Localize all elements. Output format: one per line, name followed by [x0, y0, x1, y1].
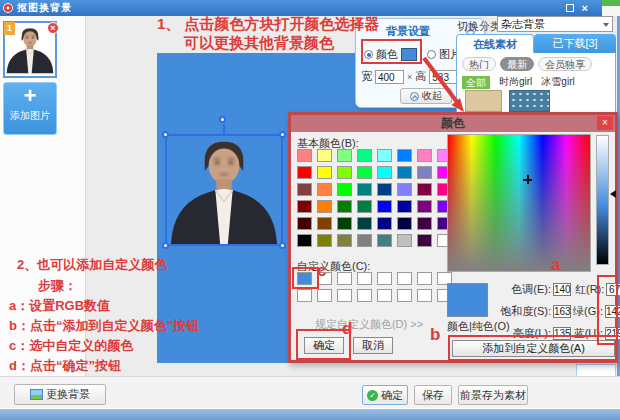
basic-color-swatch[interactable]	[397, 234, 412, 247]
image-radio[interactable]	[427, 50, 436, 59]
custom-color-swatch[interactable]	[317, 289, 332, 302]
save-button[interactable]: 保存	[414, 385, 452, 405]
maximize-icon[interactable]	[566, 4, 574, 12]
luminance-bar[interactable]	[596, 135, 609, 265]
filter-vip[interactable]: 会员独享	[538, 57, 592, 71]
basic-color-swatch[interactable]	[337, 183, 352, 196]
basic-color-swatch[interactable]	[397, 183, 412, 196]
basic-color-swatch[interactable]	[397, 217, 412, 230]
basic-color-swatch[interactable]	[297, 149, 312, 162]
custom-color-swatch[interactable]	[397, 289, 412, 302]
saturation-input[interactable]: 163	[553, 305, 571, 318]
basic-color-swatch[interactable]	[357, 217, 372, 230]
custom-color-swatch[interactable]	[357, 272, 372, 285]
basic-color-swatch[interactable]	[337, 217, 352, 230]
basic-color-swatch[interactable]	[377, 234, 392, 247]
basic-color-swatch[interactable]	[297, 234, 312, 247]
basic-color-swatch[interactable]	[297, 183, 312, 196]
basic-color-swatch[interactable]	[377, 149, 392, 162]
material-thumbnail-2[interactable]	[509, 90, 550, 112]
basic-color-swatch[interactable]	[417, 200, 432, 213]
confirm-label: 确定	[381, 388, 403, 403]
basic-color-swatch[interactable]	[417, 217, 432, 230]
custom-color-swatch[interactable]	[337, 289, 352, 302]
resize-handle-ne[interactable]	[279, 131, 286, 138]
basic-color-swatch[interactable]	[397, 166, 412, 179]
width-input[interactable]: 400	[375, 70, 404, 84]
width-label: 宽	[361, 69, 372, 84]
basic-color-swatch[interactable]	[397, 200, 412, 213]
basic-color-swatch[interactable]	[357, 149, 372, 162]
dialog-cancel-button[interactable]: 取消	[353, 337, 393, 354]
hue-saturation-field[interactable]	[447, 134, 591, 272]
hue-input[interactable]: 140	[553, 283, 571, 296]
basic-color-swatch[interactable]	[417, 234, 432, 247]
basic-color-swatch[interactable]	[397, 149, 412, 162]
confirm-button[interactable]: ✓ 确定	[362, 385, 408, 405]
change-background-button[interactable]: 更换背景	[14, 384, 106, 405]
custom-color-swatch[interactable]	[417, 289, 432, 302]
custom-color-swatch[interactable]	[337, 272, 352, 285]
basic-color-swatch[interactable]	[417, 183, 432, 196]
basic-color-swatch[interactable]	[377, 217, 392, 230]
rotate-handle[interactable]	[219, 116, 226, 123]
dialog-close-icon[interactable]: ×	[597, 116, 613, 130]
basic-colors-grid	[297, 149, 452, 247]
basic-color-swatch[interactable]	[357, 200, 372, 213]
basic-color-swatch[interactable]	[417, 166, 432, 179]
custom-color-swatch[interactable]	[297, 289, 312, 302]
basic-color-swatch[interactable]	[337, 149, 352, 162]
annotation-letter-b: b	[430, 325, 440, 345]
save-foreground-material-button[interactable]: 前景存为素材	[458, 385, 528, 405]
remove-photo-icon[interactable]: ×	[47, 22, 59, 34]
basic-color-swatch[interactable]	[297, 166, 312, 179]
close-icon[interactable]: ×	[582, 3, 588, 13]
basic-color-swatch[interactable]	[317, 183, 332, 196]
tag-all[interactable]: 全部	[462, 76, 490, 89]
basic-color-swatch[interactable]	[297, 200, 312, 213]
color-crosshair-marker[interactable]	[523, 175, 532, 184]
resize-handle-nw[interactable]	[162, 131, 169, 138]
custom-color-swatch[interactable]	[397, 272, 412, 285]
tab-online-materials[interactable]: 在线素材	[456, 34, 534, 53]
basic-color-swatch[interactable]	[337, 234, 352, 247]
basic-color-swatch[interactable]	[377, 183, 392, 196]
basic-color-swatch[interactable]	[357, 234, 372, 247]
rotate-stick	[223, 124, 225, 136]
basic-color-swatch[interactable]	[377, 200, 392, 213]
basic-color-swatch[interactable]	[337, 200, 352, 213]
tag-fashion-girl[interactable]: 时尚girl	[499, 75, 532, 89]
material-thumbnail-1[interactable]	[465, 90, 502, 112]
basic-color-swatch[interactable]	[357, 166, 372, 179]
filter-hot[interactable]: 热门	[462, 57, 496, 71]
basic-color-swatch[interactable]	[317, 149, 332, 162]
tag-ice-girl[interactable]: 冰雪girl	[541, 75, 574, 89]
basic-color-swatch[interactable]	[317, 217, 332, 230]
height-input[interactable]: 533	[429, 70, 458, 84]
basic-color-swatch[interactable]	[377, 166, 392, 179]
basic-color-swatch[interactable]	[417, 149, 432, 162]
custom-color-swatch[interactable]	[417, 272, 432, 285]
custom-color-swatch[interactable]	[357, 289, 372, 302]
tab-downloaded[interactable]: 已下载[3]	[534, 34, 616, 53]
footer-bar: 更换背景 ✓ 确定 保存 前景存为素材	[0, 376, 620, 408]
basic-color-swatch[interactable]	[357, 183, 372, 196]
materials-panel-body: 热门 最新 会员独享 全部 时尚girl 冰雪girl	[456, 53, 616, 112]
basic-color-swatch[interactable]	[337, 166, 352, 179]
add-image-button[interactable]: + 添加图片	[3, 82, 57, 135]
resize-handle-sw[interactable]	[162, 242, 169, 249]
foreground-selection-box[interactable]	[165, 134, 283, 246]
custom-color-swatch[interactable]	[377, 272, 392, 285]
basic-color-swatch[interactable]	[317, 234, 332, 247]
category-dropdown[interactable]: 杂志背景	[497, 16, 613, 32]
resize-handle-se[interactable]	[279, 242, 286, 249]
basic-color-swatch[interactable]	[317, 166, 332, 179]
luminance-marker-icon[interactable]	[610, 190, 616, 198]
collapse-button[interactable]: 收起	[400, 88, 452, 104]
basic-color-swatch[interactable]	[317, 200, 332, 213]
filter-newest[interactable]: 最新	[500, 57, 534, 71]
custom-color-swatch[interactable]	[377, 289, 392, 302]
selected-color-preview	[447, 283, 488, 317]
basic-color-swatch[interactable]	[297, 217, 312, 230]
person-cutout-image	[167, 136, 281, 244]
